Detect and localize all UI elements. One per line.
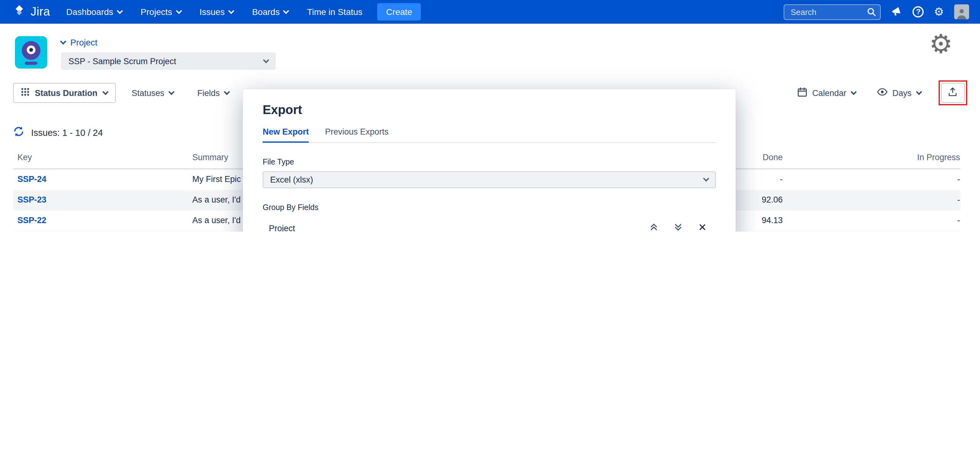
create-button[interactable]: Create <box>377 3 421 21</box>
search-icon[interactable] <box>867 6 877 19</box>
feedback-megaphone-icon[interactable] <box>891 5 903 18</box>
modal-title: Export <box>262 103 716 117</box>
calendar-dropdown[interactable]: Calendar <box>797 87 856 99</box>
eye-icon <box>877 88 887 98</box>
chevron-down-icon <box>228 8 234 14</box>
user-avatar[interactable] <box>954 4 969 19</box>
status-duration-dropdown[interactable]: Status Duration <box>13 83 115 103</box>
search-wrap <box>784 4 881 20</box>
x-icon <box>698 222 707 232</box>
gear-icon[interactable]: ⚙ <box>934 6 944 18</box>
issue-in-progress-value: - <box>783 174 960 185</box>
chevron-down-icon <box>703 176 709 182</box>
group-by-fields-list: Project Created (Month) <box>262 214 716 232</box>
breadcrumb-project[interactable]: Project <box>61 37 276 47</box>
calendar-icon <box>797 87 807 99</box>
issue-in-progress-value: - <box>783 195 960 206</box>
project-header: Project SSP - Sample Scrum Project ⚙ <box>0 24 980 70</box>
chevron-down-icon <box>263 57 269 63</box>
chevron-down-icon <box>175 8 182 14</box>
nav-item-projects[interactable]: Projects <box>141 7 181 17</box>
group-by-field-name: Project <box>269 224 295 232</box>
jira-logo-icon <box>13 4 26 20</box>
file-type-select[interactable]: Excel (xlsx) <box>262 171 716 188</box>
statuses-dropdown[interactable]: Statuses <box>132 88 173 97</box>
help-icon[interactable]: ? <box>913 6 924 18</box>
nav-item-issues[interactable]: Issues <box>199 7 234 17</box>
chevron-down-icon <box>60 38 66 44</box>
header-key[interactable]: Key <box>18 153 192 162</box>
chevron-down-icon <box>224 88 230 95</box>
issues-count-text: Issues: 1 - 10 / 24 <box>31 128 103 137</box>
double-chevron-up-icon <box>649 222 659 232</box>
refresh-icon[interactable] <box>13 126 24 139</box>
issue-key-link[interactable]: SSP-23 <box>18 195 46 204</box>
settings-gear-icon[interactable]: ⚙ <box>929 31 953 57</box>
move-up-button[interactable] <box>649 222 659 232</box>
project-select[interactable]: SSP - Sample Scrum Project <box>61 52 276 70</box>
tab-new-export[interactable]: New Export <box>262 127 309 143</box>
chevron-down-icon <box>916 88 922 95</box>
chevron-down-icon <box>851 88 857 95</box>
export-button[interactable] <box>941 83 964 103</box>
modal-tabs: New Export Previous Exports <box>262 127 716 143</box>
nav-item-dashboards[interactable]: Dashboards <box>66 7 122 17</box>
jira-app: Jira Dashboards Projects Issues Boards T… <box>0 0 980 232</box>
top-nav: Jira Dashboards Projects Issues Boards T… <box>0 0 980 24</box>
project-avatar <box>15 36 47 69</box>
nav-right: ? ⚙ <box>784 4 969 20</box>
grid-icon <box>21 88 29 98</box>
header-in-progress[interactable]: In Progress <box>783 153 960 162</box>
chevron-down-icon <box>169 88 175 95</box>
chevron-down-icon <box>117 8 123 14</box>
chevron-down-icon <box>283 8 290 14</box>
remove-field-button[interactable] <box>698 222 707 232</box>
export-modal: Export New Export Previous Exports File … <box>243 89 736 232</box>
brand-name: Jira <box>30 5 50 19</box>
tab-previous-exports[interactable]: Previous Exports <box>325 127 389 142</box>
double-chevron-down-icon <box>673 222 683 232</box>
move-down-button[interactable] <box>673 222 683 232</box>
issue-key-link[interactable]: SSP-22 <box>18 216 46 225</box>
nav-item-boards[interactable]: Boards <box>252 7 288 17</box>
jira-logo[interactable]: Jira <box>13 4 50 20</box>
group-by-field-row: Project <box>262 214 716 232</box>
issue-in-progress-value: - <box>783 216 960 226</box>
chevron-down-icon <box>102 88 108 95</box>
nav-menu: Dashboards Projects Issues Boards Time i… <box>66 7 363 17</box>
issue-key-link[interactable]: SSP-24 <box>18 174 46 184</box>
file-type-label: File Type <box>262 158 716 166</box>
export-icon <box>947 86 958 99</box>
click-target-highlight <box>938 80 967 105</box>
days-dropdown[interactable]: Days <box>877 88 921 98</box>
fields-dropdown[interactable]: Fields <box>197 88 229 97</box>
nav-item-time-in-status[interactable]: Time in Status <box>307 7 363 17</box>
group-by-fields-label: Group By Fields <box>262 203 716 212</box>
